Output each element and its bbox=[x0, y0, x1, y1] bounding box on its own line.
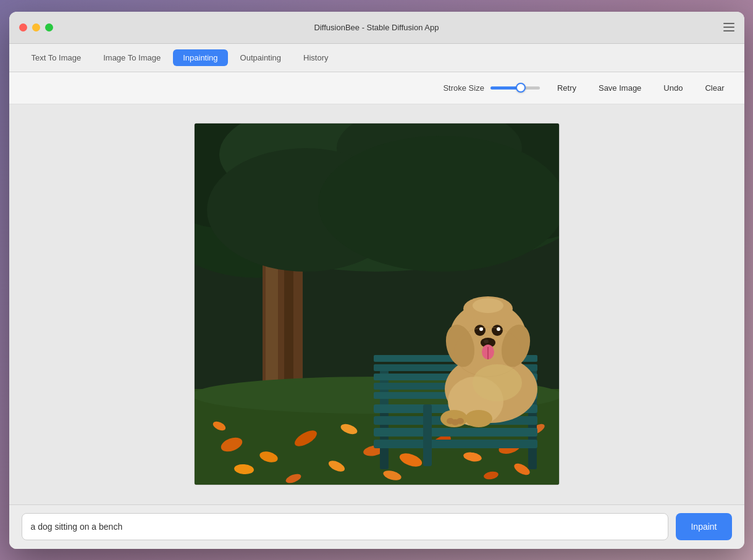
maximize-button[interactable] bbox=[45, 23, 53, 31]
inpaint-button[interactable]: Inpaint bbox=[676, 513, 731, 540]
svg-point-13 bbox=[318, 136, 559, 272]
save-image-button[interactable]: Save Image bbox=[594, 81, 646, 95]
prompt-input[interactable] bbox=[22, 513, 669, 540]
svg-point-63 bbox=[465, 410, 492, 427]
svg-point-66 bbox=[456, 418, 464, 424]
close-button[interactable] bbox=[19, 23, 27, 31]
tab-text-to-image[interactable]: Text To Image bbox=[22, 49, 91, 66]
stroke-size-slider[interactable] bbox=[490, 86, 540, 90]
undo-button[interactable]: Undo bbox=[658, 81, 688, 95]
traffic-lights bbox=[19, 23, 53, 31]
svg-point-58 bbox=[484, 340, 489, 343]
svg-rect-40 bbox=[374, 428, 537, 437]
titlebar: DiffusionBee - Stable Diffusion App bbox=[9, 12, 744, 44]
image-container[interactable] bbox=[194, 123, 560, 485]
tab-image-to-image[interactable]: Image To Image bbox=[93, 49, 170, 66]
stroke-size-group: Stroke Size bbox=[443, 83, 539, 93]
svg-rect-41 bbox=[374, 440, 537, 448]
retry-button[interactable]: Retry bbox=[552, 81, 581, 95]
canvas-area[interactable] bbox=[9, 104, 744, 504]
svg-point-67 bbox=[473, 364, 522, 401]
stroke-size-label: Stroke Size bbox=[443, 83, 484, 93]
inpainting-canvas[interactable] bbox=[195, 123, 559, 485]
tab-outpainting[interactable]: Outpainting bbox=[230, 49, 292, 66]
svg-rect-47 bbox=[423, 404, 432, 466]
app-window: DiffusionBee - Stable Diffusion App Text… bbox=[9, 12, 744, 549]
tabbar: Text To Image Image To Image Inpainting … bbox=[9, 44, 744, 72]
bottombar: Inpaint bbox=[9, 504, 744, 549]
minimize-button[interactable] bbox=[32, 23, 40, 31]
tab-inpainting[interactable]: Inpainting bbox=[173, 49, 227, 66]
clear-button[interactable]: Clear bbox=[700, 81, 729, 95]
svg-point-69 bbox=[473, 298, 503, 313]
window-title: DiffusionBee - Stable Diffusion App bbox=[314, 23, 439, 32]
menu-icon[interactable] bbox=[723, 23, 734, 31]
tab-history[interactable]: History bbox=[293, 49, 338, 66]
toolbar: Stroke Size Retry Save Image Undo Clear bbox=[9, 72, 744, 104]
